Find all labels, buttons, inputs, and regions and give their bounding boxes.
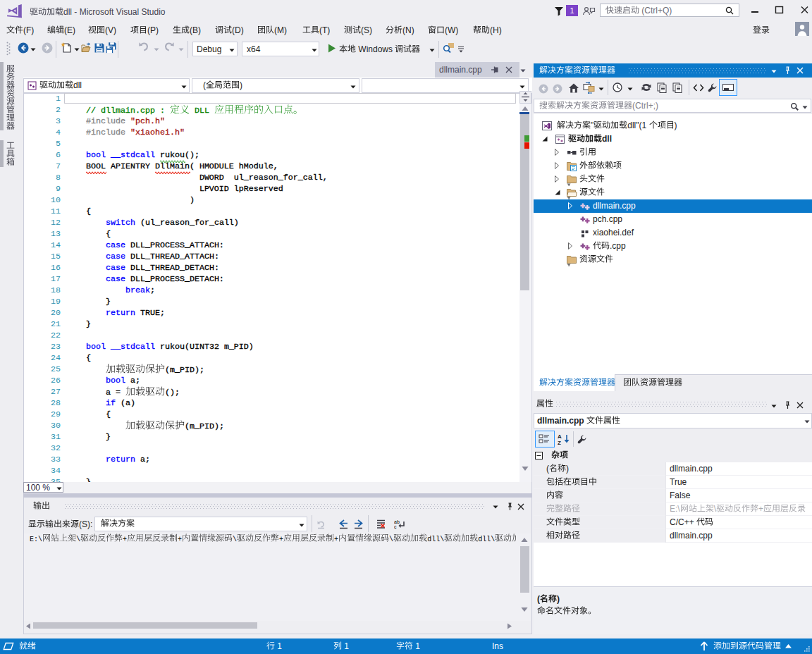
svg-text:c: c [394, 524, 397, 529]
svg-text:ab: ab [394, 519, 400, 524]
svg-text:A: A [558, 433, 562, 440]
svg-text:Z: Z [558, 440, 561, 445]
